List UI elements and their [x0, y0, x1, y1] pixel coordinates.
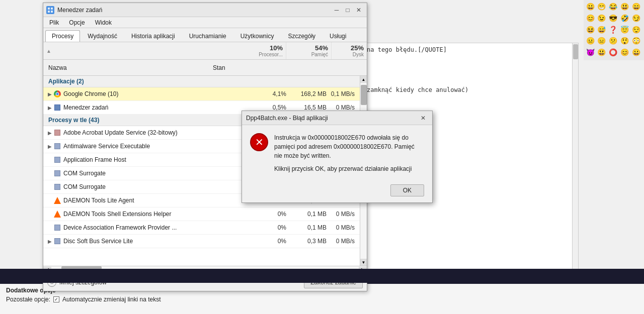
emoji-23[interactable]: ⭕ [609, 48, 618, 57]
process-disk-daemon2: 0 MB/s [327, 211, 357, 218]
disk-label: Dysk [335, 52, 364, 57]
expand-tm[interactable]: ▶ [46, 104, 53, 111]
scroll-down-button[interactable]: ▼ [360, 259, 367, 266]
stat-disk: 25% Dysk [332, 42, 367, 59]
close-button[interactable]: ✕ [354, 5, 364, 15]
tm-icon [53, 103, 61, 112]
emoji-25[interactable]: 😀 [631, 48, 640, 57]
emoji-9[interactable]: 🤣 [620, 14, 629, 23]
auto-link-checkbox[interactable]: ✓ [53, 296, 59, 302]
expand-adobe[interactable]: ▶ [46, 129, 53, 136]
forum-mention-text: zamknąć kiedy chce anulować) [363, 86, 578, 93]
tab-uzytkownicy[interactable]: Użytkownicy [234, 30, 281, 42]
emoji-4[interactable]: 😃 [620, 2, 629, 11]
svg-rect-0 [48, 8, 50, 10]
table-row[interactable]: ▶ DAEMON Tools Shell Extensions Helper 0… [43, 207, 360, 221]
tab-historia[interactable]: Historia aplikacji [125, 30, 182, 42]
stats-header: ▲ 10% Procesor... 54% Pamięć 25% Dysk [43, 42, 367, 60]
emoji-14[interactable]: 😇 [620, 25, 629, 34]
process-name-chrome: Google Chrome (10) [63, 90, 206, 97]
process-name-daemon1: DAEMON Tools Lite Agent [63, 197, 206, 204]
emoji-19[interactable]: 😲 [620, 36, 629, 45]
emoji-5[interactable]: 😄 [631, 2, 640, 11]
dialog-close-button[interactable]: ✕ [418, 113, 428, 123]
emoji-18[interactable]: 😕 [609, 36, 618, 45]
dialog-body: ✕ Instrukcja w 0x00000018002E670 odwołał… [242, 125, 432, 180]
process-mem-device: 0,1 MB [286, 224, 327, 231]
mem-value: 54% [289, 44, 328, 52]
table-row[interactable]: ▶ Device Association Framework Provider … [43, 221, 360, 235]
dialog-footer: OK [242, 180, 432, 202]
menu-file[interactable]: Plik [45, 18, 63, 27]
table-row[interactable]: ▶ Disc Soft Bus Service Lite 0% 0,3 MB 0… [43, 235, 360, 248]
emoji-7[interactable]: 😉 [597, 14, 606, 23]
emoji-24[interactable]: 😊 [620, 48, 629, 57]
remaining-options-label: Pozostałe opcje: [6, 296, 50, 303]
menu-options[interactable]: Opcje [65, 18, 89, 27]
col-status[interactable]: Stan [213, 64, 253, 71]
emoji-22[interactable]: 😃 [597, 48, 606, 57]
tab-uslugi[interactable]: Usługi [323, 30, 353, 42]
process-disk-tm: 0 MB/s [327, 104, 357, 111]
emoji-11[interactable]: 😆 [586, 25, 595, 34]
emoji-1[interactable]: 😀 [586, 2, 595, 11]
task-manager-menubar: Plik Opcje Widok [43, 17, 367, 28]
menu-view[interactable]: Widok [91, 18, 116, 27]
emoji-13[interactable]: ❓ [609, 25, 618, 34]
task-manager-titlebar: Menedzer zadań ─ □ ✕ [43, 3, 367, 17]
expand-chrome[interactable]: ▶ [46, 90, 53, 97]
dialog-title: Dpp4Batch.exe - Błąd aplikacji [246, 115, 328, 122]
emoji-8[interactable]: 😎 [609, 14, 618, 23]
task-manager-title: Menedzer zadań [57, 7, 102, 14]
process-name-com1: COM Surrogate [63, 170, 206, 177]
emoji-3[interactable]: 😂 [609, 2, 618, 11]
emoji-10[interactable]: 😏 [631, 14, 640, 23]
process-cpu-disc: 0% [246, 238, 286, 245]
stat-cpu: 10% Procesor... [241, 42, 286, 59]
expand-antimalware[interactable]: ▶ [46, 143, 53, 150]
afh-icon [53, 156, 61, 164]
col-name[interactable]: Nazwa [46, 64, 213, 71]
emoji-panel: 😀 😁 😂 😃 😄 😊 😉 😎 🤣 😏 😆 😅 ❓ 😇 😌 😐 😑 😕 😲 😳 … [584, 0, 644, 60]
process-name-antimalware: Antimalware Service Executable [63, 143, 206, 150]
emoji-16[interactable]: 😐 [586, 36, 595, 45]
emoji-12[interactable]: 😅 [597, 25, 606, 34]
dialog-main-message: Instrukcja w 0x00000018002E670 odwołała … [274, 133, 424, 160]
emoji-2[interactable]: 😁 [597, 2, 606, 11]
tab-wydajnosc[interactable]: Wydajność [81, 30, 124, 42]
task-manager-tabs: Procesy Wydajność Historia aplikacji Uru… [43, 28, 367, 42]
process-cpu-chrome: 4,1% [246, 90, 286, 97]
chrome-icon [53, 90, 61, 98]
process-disk-device: 0 MB/s [327, 224, 357, 231]
process-disk-chrome: 0,1 MB/s [327, 90, 357, 97]
tab-procesy[interactable]: Procesy [45, 30, 80, 42]
emoji-17[interactable]: 😑 [597, 36, 606, 45]
tab-szczegoly[interactable]: Szczegóły [281, 30, 322, 42]
minimize-button[interactable]: ─ [332, 5, 342, 15]
process-name-device: Device Association Framework Provider ..… [63, 224, 206, 231]
expand-disc[interactable]: ▶ [46, 238, 53, 245]
emoji-20[interactable]: 😳 [631, 36, 640, 45]
disc-icon [53, 237, 61, 245]
emoji-6[interactable]: 😊 [586, 14, 595, 23]
auto-link-label: Automatycznie zmieniaj linki na tekst [62, 296, 160, 303]
scroll-up-button[interactable]: ▲ [360, 76, 367, 83]
dialog-ok-button[interactable]: OK [390, 184, 424, 196]
dialog-sub-message: Kliknij przycisk OK, aby przerwać działa… [274, 165, 424, 172]
process-name-daemon2: DAEMON Tools Shell Extensions Helper [63, 211, 206, 218]
process-mem-chrome: 168,2 MB [286, 90, 327, 97]
tab-uruchamianie[interactable]: Uruchamianie [183, 30, 233, 42]
scroll-thumb[interactable] [361, 85, 367, 105]
process-mem-disc: 0,3 MB [286, 238, 327, 245]
process-cpu-device: 0% [246, 224, 286, 231]
antimalware-icon [53, 142, 61, 150]
maximize-button[interactable]: □ [343, 5, 353, 15]
emoji-21[interactable]: 😈 [586, 48, 595, 57]
emoji-15[interactable]: 😌 [631, 25, 640, 34]
com1-icon [53, 169, 61, 177]
process-mem-tm: 16,5 MB [286, 104, 327, 111]
disk-value: 25% [335, 44, 364, 52]
daemon2-icon [53, 210, 61, 218]
table-row[interactable]: ▶ Google Chrome (10) 4,1% 168,2 MB 0,1 M… [43, 87, 360, 101]
adobe-icon [53, 129, 61, 137]
